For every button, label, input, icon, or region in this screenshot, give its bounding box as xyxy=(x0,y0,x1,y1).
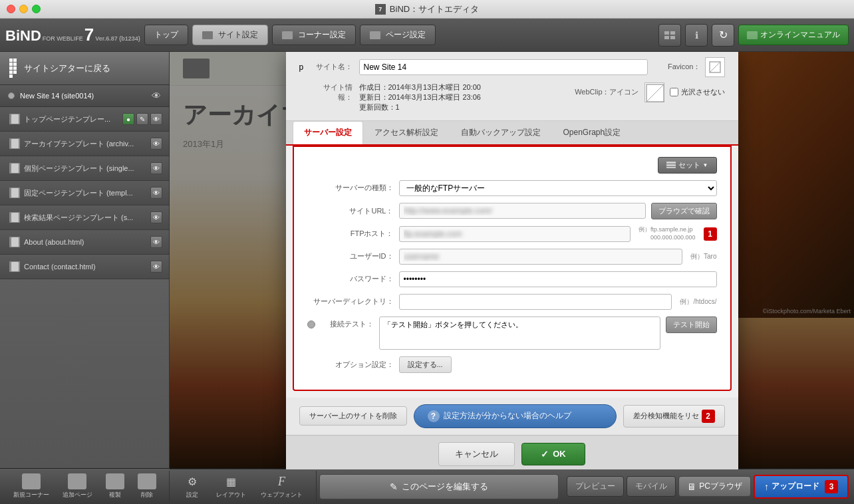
grid-view-button[interactable] xyxy=(658,24,681,47)
edit-page-label: このページを編集する xyxy=(402,481,488,493)
preview-button[interactable]: プレビュー xyxy=(567,476,624,497)
option-row: オプション設定： 設定する... xyxy=(307,356,717,373)
sidebar-item-fixed-template[interactable]: 固定ページテンプレート (templ... 👁 xyxy=(0,181,169,205)
test-start-button[interactable]: テスト開始 xyxy=(666,316,717,333)
item-visibility-btn[interactable]: 👁 xyxy=(150,187,162,199)
item-visibility-btn[interactable]: 👁 xyxy=(150,211,162,223)
site-url-input[interactable] xyxy=(399,203,646,219)
page-settings-button[interactable]: ページ設定 xyxy=(360,25,436,45)
pc-browser-button[interactable]: 🖥 PCブラウザ xyxy=(678,476,751,497)
item-visibility-btn[interactable]: 👁 xyxy=(150,113,162,125)
site-icon xyxy=(202,31,213,39)
sidebar-item-about[interactable]: About (about.html) 👁 xyxy=(0,230,169,255)
tab-server[interactable]: サーバー設定 xyxy=(293,121,363,144)
new-corner-label: 新規コーナー xyxy=(13,491,49,499)
delete-button[interactable]: 削除 xyxy=(132,471,162,502)
server-settings-content: セット ▼ サーバーの種類： 一般的なFTPサーバー サイトURL： xyxy=(293,146,732,391)
monitor-icon: 🖥 xyxy=(687,481,696,492)
delete-server-button[interactable]: サーバー上のサイトを削除 xyxy=(299,406,407,426)
back-to-theater-button[interactable]: サイトシアターに戻る xyxy=(0,52,169,85)
visibility-toggle[interactable]: 👁 xyxy=(152,90,161,101)
glossy-label: 光沢させない xyxy=(681,87,725,97)
logo-text: BiND xyxy=(5,27,41,45)
upload-button[interactable]: ↑ アップロード 3 xyxy=(754,475,849,499)
corner-icon xyxy=(282,31,293,39)
set-button[interactable]: セット ▼ xyxy=(658,157,717,174)
settings-tool-label: 設定 xyxy=(186,491,198,499)
site-indicator xyxy=(8,92,15,99)
option-button[interactable]: 設定する... xyxy=(399,356,452,373)
reset-diff-button[interactable]: 差分検知機能をリセ 2 xyxy=(623,405,725,428)
sidebar-item-search-template[interactable]: 検索結果ページテンプレート (s... 👁 xyxy=(0,205,169,230)
user-id-input[interactable] xyxy=(399,249,683,265)
tab-analytics[interactable]: アクセス解析設定 xyxy=(363,121,450,144)
site-settings-button[interactable]: サイト設定 xyxy=(192,25,268,45)
sidebar-item-label: 検索結果ページテンプレート (s... xyxy=(24,213,146,223)
site-name-input[interactable] xyxy=(359,59,648,75)
main-layout: サイトシアターに戻る New Site 14 (site0014) 👁 トップペ… xyxy=(0,52,854,469)
info-button[interactable]: ℹ xyxy=(685,24,708,47)
app-logo: BiND FOR WEBLIFE 7 Ver.6.87 (b1234) xyxy=(5,25,140,45)
tab-opengraph[interactable]: OpenGraph設定 xyxy=(552,121,633,144)
item-settings-btn[interactable]: ● xyxy=(122,113,134,125)
settings-icon: ⚙ xyxy=(183,473,202,489)
webfont-tool-button[interactable]: F ウェブフォント xyxy=(255,471,308,502)
sidebar-item-single-template[interactable]: 個別ページテンプレート (single... 👁 xyxy=(0,156,169,181)
cancel-button[interactable]: キャンセル xyxy=(438,442,515,466)
online-manual-button[interactable]: オンラインマニュアル xyxy=(738,25,849,45)
settings-tool-button[interactable]: ⚙ 設定 xyxy=(178,471,207,502)
item-visibility-btn[interactable]: 👁 xyxy=(150,261,162,273)
item-actions: 👁 xyxy=(150,138,162,150)
server-type-select[interactable]: 一般的なFTPサーバー xyxy=(399,180,717,196)
item-actions: 👁 xyxy=(150,187,162,199)
ok-button[interactable]: ✓ OK xyxy=(521,443,585,465)
add-page-button[interactable]: 追加ページ xyxy=(57,471,98,502)
site-name-label: サイト名： xyxy=(313,62,353,72)
password-label: パスワード： xyxy=(307,274,394,284)
page-icon xyxy=(9,188,20,198)
help-button[interactable]: ? 設定方法が分からない場合のヘルプ xyxy=(414,404,617,428)
site-meta-row: サイト情報： 作成日：2014年3月13日木曜日 20:00 更新日：2014年… xyxy=(299,82,725,112)
test-textarea[interactable]: 「テスト開始」ボタンを押してください。 xyxy=(379,316,660,350)
top-button[interactable]: トップ xyxy=(144,25,188,45)
webclip-area: WebClip：アイコン 光沢させない xyxy=(575,82,724,102)
minimize-button[interactable] xyxy=(19,5,28,13)
ftp-host-input[interactable] xyxy=(399,226,631,242)
question-icon: ? xyxy=(428,410,440,422)
bottom-toolbar: 新規コーナー 追加ページ 複製 削除 ⚙ 設定 ▦ レイアウト F ウェブフォン… xyxy=(0,468,854,504)
layout-tool-label: レイアウト xyxy=(216,491,246,499)
sidebar-item-contact[interactable]: Contact (contact.html) 👁 xyxy=(0,255,169,279)
maximize-button[interactable] xyxy=(32,5,41,13)
new-corner-button[interactable]: 新規コーナー xyxy=(8,471,55,502)
refresh-button[interactable]: ↻ xyxy=(712,24,734,47)
server-dir-input[interactable] xyxy=(399,294,672,310)
connection-test-row: 接続テスト： 「テスト開始」ボタンを押してください。 テスト開始 xyxy=(307,316,717,350)
webclip-box[interactable] xyxy=(644,82,664,102)
window-title: 7 BiND：サイトエディタ xyxy=(375,3,479,15)
grid-icon xyxy=(9,59,19,78)
corner-settings-button[interactable]: コーナー設定 xyxy=(272,25,356,45)
webfont-tool-label: ウェブフォント xyxy=(261,491,303,499)
delete-label: 削除 xyxy=(141,491,153,499)
site-url-row: サイトURL： ブラウズで確認 xyxy=(307,203,717,219)
favicon-box[interactable] xyxy=(705,57,725,77)
online-manual-label: オンラインマニュアル xyxy=(760,29,840,41)
edit-page-button[interactable]: ✎ このページを編集する xyxy=(319,474,559,499)
layout-tool-button[interactable]: ▦ レイアウト xyxy=(211,471,251,502)
item-visibility-btn[interactable]: 👁 xyxy=(150,138,162,150)
glossy-checkbox-label[interactable]: 光沢させない xyxy=(670,87,725,97)
close-button[interactable] xyxy=(7,5,15,13)
tab-backup[interactable]: 自動バックアップ設定 xyxy=(450,121,552,144)
password-input[interactable] xyxy=(399,271,717,287)
item-visibility-btn[interactable]: 👁 xyxy=(150,162,162,174)
browse-button[interactable]: ブラウズで確認 xyxy=(651,203,717,219)
sidebar-item-archive-template[interactable]: アーカイブテンプレート (archiv... 👁 xyxy=(0,132,169,156)
sidebar-item-top-template[interactable]: トップページテンプレー... ● ✎ 👁 xyxy=(0,107,169,132)
copy-button[interactable]: 複製 xyxy=(100,471,130,502)
item-actions: 👁 xyxy=(150,162,162,174)
item-visibility-btn[interactable]: 👁 xyxy=(150,236,162,248)
glossy-checkbox[interactable] xyxy=(670,88,678,96)
item-edit-btn[interactable]: ✎ xyxy=(136,113,148,125)
site-info-row: New Site 14 (site0014) 👁 xyxy=(0,85,169,107)
mobile-button[interactable]: モバイル xyxy=(627,476,676,497)
